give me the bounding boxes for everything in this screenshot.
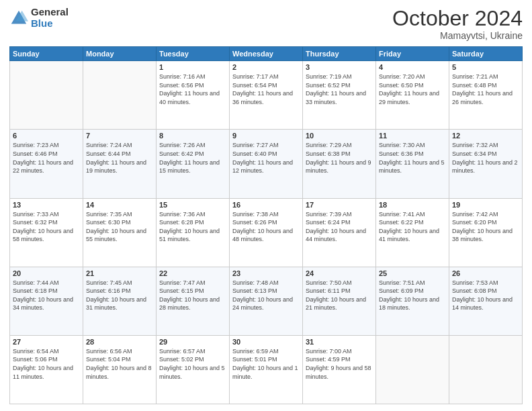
day-number: 14 — [86, 201, 153, 209]
header: General Blue October 2024 Mamayvtsi, Ukr… — [9, 7, 523, 41]
calendar-cell: 3Sunrise: 7:19 AM Sunset: 6:52 PM Daylig… — [303, 61, 376, 130]
day-info: Sunrise: 7:45 AM Sunset: 6:16 PM Dayligh… — [86, 279, 153, 312]
day-info: Sunrise: 7:39 AM Sunset: 6:24 PM Dayligh… — [306, 210, 373, 244]
month-title: October 2024 — [392, 7, 523, 30]
day-number: 16 — [232, 201, 300, 209]
day-number: 29 — [159, 338, 226, 346]
weekday-header-saturday: Saturday — [449, 47, 523, 61]
weekday-header-tuesday: Tuesday — [157, 47, 230, 61]
calendar-cell: 5Sunrise: 7:21 AM Sunset: 6:48 PM Daylig… — [449, 61, 523, 130]
day-info: Sunrise: 7:50 AM Sunset: 6:11 PM Dayligh… — [306, 279, 373, 312]
day-info: Sunrise: 7:38 AM Sunset: 6:26 PM Dayligh… — [232, 210, 300, 244]
calendar-cell: 7Sunrise: 7:24 AM Sunset: 6:44 PM Daylig… — [83, 130, 157, 198]
calendar-cell: 20Sunrise: 7:44 AM Sunset: 6:18 PM Dayli… — [10, 267, 83, 335]
calendar-cell: 18Sunrise: 7:41 AM Sunset: 6:22 PM Dayli… — [376, 198, 449, 267]
calendar-cell: 26Sunrise: 7:53 AM Sunset: 6:08 PM Dayli… — [449, 267, 523, 335]
day-number: 19 — [452, 201, 519, 209]
week-row-1: 1Sunrise: 7:16 AM Sunset: 6:56 PM Daylig… — [10, 61, 523, 130]
day-number: 11 — [379, 132, 446, 140]
day-info: Sunrise: 7:48 AM Sunset: 6:13 PM Dayligh… — [232, 279, 300, 312]
day-number: 18 — [379, 201, 446, 209]
day-number: 2 — [232, 63, 300, 71]
day-number: 28 — [86, 338, 153, 346]
week-row-5: 27Sunrise: 6:54 AM Sunset: 5:06 PM Dayli… — [10, 335, 523, 404]
day-number: 21 — [86, 269, 153, 277]
calendar-cell: 27Sunrise: 6:54 AM Sunset: 5:06 PM Dayli… — [10, 335, 83, 404]
day-info: Sunrise: 7:00 AM Sunset: 4:59 PM Dayligh… — [306, 347, 373, 381]
calendar-cell: 17Sunrise: 7:39 AM Sunset: 6:24 PM Dayli… — [303, 198, 376, 267]
day-number: 3 — [306, 63, 373, 71]
calendar-cell: 11Sunrise: 7:30 AM Sunset: 6:36 PM Dayli… — [376, 130, 449, 198]
day-number: 13 — [13, 201, 80, 209]
calendar-table: SundayMondayTuesdayWednesdayThursdayFrid… — [9, 46, 523, 404]
calendar-cell: 16Sunrise: 7:38 AM Sunset: 6:26 PM Dayli… — [230, 198, 303, 267]
calendar-cell: 28Sunrise: 6:56 AM Sunset: 5:04 PM Dayli… — [83, 335, 157, 404]
day-info: Sunrise: 6:54 AM Sunset: 5:06 PM Dayligh… — [13, 347, 80, 381]
day-info: Sunrise: 6:56 AM Sunset: 5:04 PM Dayligh… — [86, 347, 153, 381]
calendar-cell: 1Sunrise: 7:16 AM Sunset: 6:56 PM Daylig… — [157, 61, 230, 130]
day-info: Sunrise: 6:57 AM Sunset: 5:02 PM Dayligh… — [159, 347, 226, 381]
day-number: 6 — [13, 132, 80, 140]
day-info: Sunrise: 7:29 AM Sunset: 6:38 PM Dayligh… — [306, 141, 373, 175]
calendar-cell: 21Sunrise: 7:45 AM Sunset: 6:16 PM Dayli… — [83, 267, 157, 335]
calendar-cell: 25Sunrise: 7:51 AM Sunset: 6:09 PM Dayli… — [376, 267, 449, 335]
calendar-cell: 4Sunrise: 7:20 AM Sunset: 6:50 PM Daylig… — [376, 61, 449, 130]
day-number: 23 — [232, 269, 300, 277]
weekday-header-monday: Monday — [83, 47, 157, 61]
day-info: Sunrise: 7:32 AM Sunset: 6:34 PM Dayligh… — [452, 141, 519, 175]
calendar-cell: 12Sunrise: 7:32 AM Sunset: 6:34 PM Dayli… — [449, 130, 523, 198]
page: General Blue October 2024 Mamayvtsi, Ukr… — [0, 0, 532, 411]
calendar-cell — [376, 335, 449, 404]
weekday-header-friday: Friday — [376, 47, 449, 61]
day-number: 25 — [379, 269, 446, 277]
day-info: Sunrise: 7:30 AM Sunset: 6:36 PM Dayligh… — [379, 141, 446, 175]
logo-blue-text: Blue — [31, 18, 69, 30]
day-info: Sunrise: 7:51 AM Sunset: 6:09 PM Dayligh… — [379, 279, 446, 312]
day-info: Sunrise: 7:35 AM Sunset: 6:30 PM Dayligh… — [86, 210, 153, 244]
day-number: 20 — [13, 269, 80, 277]
calendar-cell: 14Sunrise: 7:35 AM Sunset: 6:30 PM Dayli… — [83, 198, 157, 267]
calendar-cell: 30Sunrise: 6:59 AM Sunset: 5:01 PM Dayli… — [230, 335, 303, 404]
day-number: 31 — [306, 338, 373, 346]
calendar-cell: 9Sunrise: 7:27 AM Sunset: 6:40 PM Daylig… — [230, 130, 303, 198]
day-number: 1 — [159, 63, 226, 71]
calendar-cell: 15Sunrise: 7:36 AM Sunset: 6:28 PM Dayli… — [157, 198, 230, 267]
day-info: Sunrise: 7:41 AM Sunset: 6:22 PM Dayligh… — [379, 210, 446, 244]
day-number: 22 — [159, 269, 226, 277]
day-info: Sunrise: 7:27 AM Sunset: 6:40 PM Dayligh… — [232, 141, 300, 175]
day-number: 15 — [159, 201, 226, 209]
calendar-cell — [83, 61, 157, 130]
day-info: Sunrise: 7:20 AM Sunset: 6:50 PM Dayligh… — [379, 73, 446, 106]
day-number: 26 — [452, 269, 519, 277]
day-info: Sunrise: 7:23 AM Sunset: 6:46 PM Dayligh… — [13, 141, 80, 175]
weekday-header-sunday: Sunday — [10, 47, 83, 61]
day-number: 10 — [306, 132, 373, 140]
calendar-cell: 22Sunrise: 7:47 AM Sunset: 6:15 PM Dayli… — [157, 267, 230, 335]
day-number: 24 — [306, 269, 373, 277]
logo: General Blue — [9, 7, 69, 29]
title-block: October 2024 Mamayvtsi, Ukraine — [392, 7, 523, 41]
day-info: Sunrise: 7:42 AM Sunset: 6:20 PM Dayligh… — [452, 210, 519, 244]
location-subtitle: Mamayvtsi, Ukraine — [392, 30, 523, 41]
logo-general-text: General — [31, 7, 69, 18]
weekday-header-wednesday: Wednesday — [230, 47, 303, 61]
calendar-cell: 31Sunrise: 7:00 AM Sunset: 4:59 PM Dayli… — [303, 335, 376, 404]
calendar-cell: 8Sunrise: 7:26 AM Sunset: 6:42 PM Daylig… — [157, 130, 230, 198]
week-row-3: 13Sunrise: 7:33 AM Sunset: 6:32 PM Dayli… — [10, 198, 523, 267]
day-info: Sunrise: 7:53 AM Sunset: 6:08 PM Dayligh… — [452, 279, 519, 312]
calendar-cell: 10Sunrise: 7:29 AM Sunset: 6:38 PM Dayli… — [303, 130, 376, 198]
day-info: Sunrise: 7:16 AM Sunset: 6:56 PM Dayligh… — [159, 73, 226, 106]
calendar-cell: 23Sunrise: 7:48 AM Sunset: 6:13 PM Dayli… — [230, 267, 303, 335]
day-info: Sunrise: 7:44 AM Sunset: 6:18 PM Dayligh… — [13, 279, 80, 312]
day-number: 7 — [86, 132, 153, 140]
week-row-2: 6Sunrise: 7:23 AM Sunset: 6:46 PM Daylig… — [10, 130, 523, 198]
day-number: 4 — [379, 63, 446, 71]
week-row-4: 20Sunrise: 7:44 AM Sunset: 6:18 PM Dayli… — [10, 267, 523, 335]
day-info: Sunrise: 6:59 AM Sunset: 5:01 PM Dayligh… — [232, 347, 300, 381]
day-info: Sunrise: 7:17 AM Sunset: 6:54 PM Dayligh… — [232, 73, 300, 106]
day-info: Sunrise: 7:24 AM Sunset: 6:44 PM Dayligh… — [86, 141, 153, 175]
day-number: 17 — [306, 201, 373, 209]
day-info: Sunrise: 7:19 AM Sunset: 6:52 PM Dayligh… — [306, 73, 373, 106]
day-info: Sunrise: 7:36 AM Sunset: 6:28 PM Dayligh… — [159, 210, 226, 244]
calendar-cell: 2Sunrise: 7:17 AM Sunset: 6:54 PM Daylig… — [230, 61, 303, 130]
